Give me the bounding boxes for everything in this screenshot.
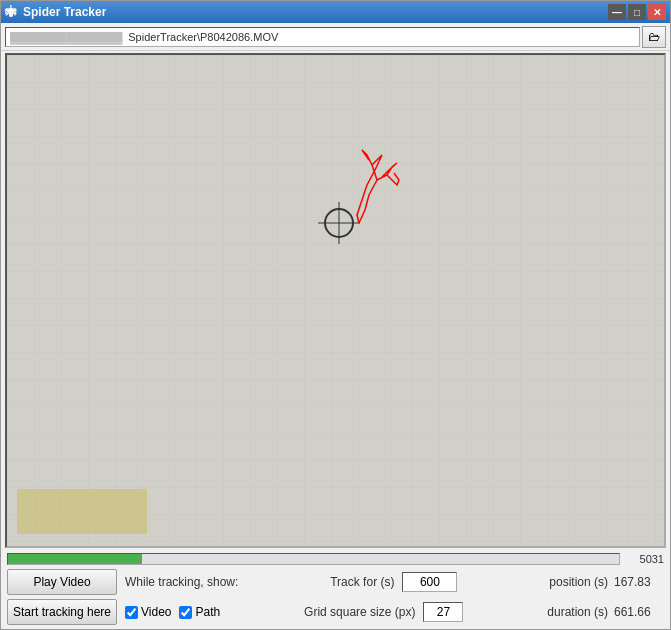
video-display xyxy=(5,53,666,548)
position-info: position (s) 167.83 xyxy=(549,575,664,589)
folder-icon: 🗁 xyxy=(648,30,660,44)
path-label: Path xyxy=(195,605,220,619)
controls-row-1: Play Video While tracking, show: Track f… xyxy=(1,567,670,597)
file-path-display: ▓▓▓▓▓▓▓▓▓▓▓▓▓▓ SpiderTracker\P8042086.MO… xyxy=(5,27,640,47)
tracking-crosshair xyxy=(324,208,354,238)
duration-info: duration (s) 661.66 xyxy=(547,605,664,619)
yellow-region xyxy=(17,489,147,534)
grid-size-label: Grid square size (px) xyxy=(304,605,415,619)
track-for-label: Track for (s) xyxy=(330,575,394,589)
grid-size-input[interactable] xyxy=(423,602,463,622)
progress-value: 5031 xyxy=(624,553,664,565)
grid-overlay xyxy=(7,55,664,546)
minimize-button[interactable]: — xyxy=(608,4,626,20)
path-checkbox[interactable] xyxy=(179,606,192,619)
svg-rect-0 xyxy=(7,55,664,546)
toolbar: ▓▓▓▓▓▓▓▓▓▓▓▓▓▓ SpiderTracker\P8042086.MO… xyxy=(1,23,670,51)
progress-track[interactable] xyxy=(7,553,620,565)
title-bar: 🕷 Spider Tracker — □ ✕ xyxy=(1,1,670,23)
app-icon: 🕷 xyxy=(5,5,17,19)
while-tracking-label: While tracking, show: xyxy=(125,575,238,589)
duration-value: 661.66 xyxy=(614,605,664,619)
position-value: 167.83 xyxy=(614,575,664,589)
position-label: position (s) xyxy=(549,575,608,589)
progress-fill xyxy=(8,554,142,564)
video-checkbox[interactable] xyxy=(125,606,138,619)
progress-bar-area: 5031 xyxy=(1,550,670,567)
controls-row-2: Start tracking here Video Path Grid squa… xyxy=(1,597,670,629)
title-bar-buttons: — □ ✕ xyxy=(608,4,666,20)
play-video-button[interactable]: Play Video xyxy=(7,569,117,595)
file-path-text: SpiderTracker\P8042086.MOV xyxy=(128,31,278,43)
video-label: Video xyxy=(141,605,171,619)
title-bar-left: 🕷 Spider Tracker xyxy=(5,5,106,19)
open-folder-button[interactable]: 🗁 xyxy=(642,26,666,48)
close-button[interactable]: ✕ xyxy=(648,4,666,20)
video-checkbox-label[interactable]: Video xyxy=(125,605,171,619)
track-for-input[interactable] xyxy=(402,572,457,592)
app-title: Spider Tracker xyxy=(23,5,106,19)
main-window: 🕷 Spider Tracker — □ ✕ ▓▓▓▓▓▓▓▓▓▓▓▓▓▓ Sp… xyxy=(0,0,671,630)
maximize-button[interactable]: □ xyxy=(628,4,646,20)
path-checkbox-label[interactable]: Path xyxy=(179,605,220,619)
duration-label: duration (s) xyxy=(547,605,608,619)
start-tracking-button[interactable]: Start tracking here xyxy=(7,599,117,625)
